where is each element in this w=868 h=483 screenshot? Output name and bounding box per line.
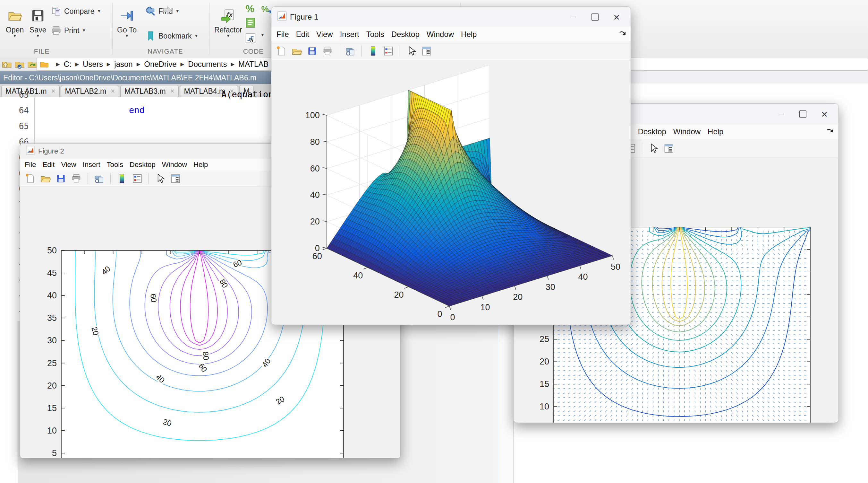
save-figure-icon xyxy=(307,46,317,57)
breadcrumb-item-Users[interactable]: Users xyxy=(83,60,103,69)
minimize-button[interactable]: − xyxy=(779,109,785,119)
ribbon-button-go-to[interactable]: Go To▼ xyxy=(117,8,137,37)
breadcrumb-item-OneDrive[interactable]: OneDrive xyxy=(144,60,177,69)
close-button[interactable]: × xyxy=(613,11,620,24)
menu-item-window[interactable]: Window xyxy=(427,30,454,39)
back-arrow-icon[interactable] xyxy=(144,4,157,17)
menu-item-help[interactable]: Help xyxy=(193,161,208,169)
menu-item-help[interactable]: Help xyxy=(708,127,723,136)
toolbar-separator xyxy=(149,173,149,184)
breadcrumb-item-Documents[interactable]: Documents xyxy=(188,60,227,69)
save-icon xyxy=(30,8,45,23)
figure1-plot[interactable]: 010203040500204060020406080100 xyxy=(271,61,631,325)
menu-item-edit[interactable]: Edit xyxy=(296,30,309,39)
menu-item-view[interactable]: View xyxy=(61,161,76,169)
svg-text:25: 25 xyxy=(539,334,549,344)
editor-tab-2[interactable]: MATLAB2.m× xyxy=(61,85,119,97)
svg-text:10: 10 xyxy=(480,303,490,312)
dock-figure-icon[interactable] xyxy=(826,127,834,136)
print-icon xyxy=(51,25,62,36)
dock-figure-icon[interactable] xyxy=(618,30,627,38)
goto-icon xyxy=(119,8,134,23)
toolbar-separator xyxy=(642,143,642,154)
menu-item-tools[interactable]: Tools xyxy=(366,30,384,39)
bookmark-icon xyxy=(145,30,156,41)
code-line: end xyxy=(129,105,145,115)
toolbar-open-file-icon[interactable] xyxy=(40,173,51,184)
breadcrumb-item-jason[interactable]: jason xyxy=(114,60,132,69)
ribbon-section-label: FILE xyxy=(29,48,55,55)
breadcrumb-separator: ▶ xyxy=(231,61,235,67)
toolbar-property-inspector-icon[interactable] xyxy=(421,46,432,57)
toolbar-legend-icon[interactable] xyxy=(132,173,143,184)
ribbon-button-open[interactable]: Open▼ xyxy=(6,8,24,37)
toolbar-print-preview-icon[interactable] xyxy=(94,173,104,184)
menu-item-window[interactable]: Window xyxy=(673,127,701,136)
print-figure-icon xyxy=(322,46,333,57)
toolbar-property-inspector-icon[interactable] xyxy=(170,173,181,184)
crumb-folder-up-icon[interactable] xyxy=(1,58,12,70)
menu-item-edit[interactable]: Edit xyxy=(42,161,55,169)
ribbon-icon-wrap-comment-icon[interactable] xyxy=(244,17,257,30)
ribbon-button-print[interactable]: Print▼ xyxy=(51,25,86,36)
toolbar-save-figure-icon[interactable] xyxy=(56,173,66,184)
smart-indent-icon: fi xyxy=(244,32,257,44)
ribbon-button-compare[interactable]: Compare▼ xyxy=(51,6,101,17)
history-arrows xyxy=(144,4,174,17)
toolbar-edit-plot-icon[interactable] xyxy=(155,173,165,184)
menu-item-insert[interactable]: Insert xyxy=(340,30,359,39)
tab-close-icon[interactable]: × xyxy=(170,87,175,95)
ribbon-icon-smart-indent-icon[interactable]: fi xyxy=(244,32,257,46)
svg-text:60: 60 xyxy=(310,164,320,173)
forward-arrow-icon[interactable] xyxy=(161,4,174,17)
menu-item-view[interactable]: View xyxy=(316,30,333,39)
menu-item-desktop[interactable]: Desktop xyxy=(638,127,666,136)
ribbon-button-bookmark[interactable]: Bookmark▼ xyxy=(145,30,198,41)
ribbon-dropdown-arrow[interactable]: ▼ xyxy=(260,33,265,37)
menu-item-file[interactable]: File xyxy=(25,161,36,169)
toolbar-print-figure-icon[interactable] xyxy=(322,46,333,57)
toolbar-property-inspector-icon[interactable] xyxy=(663,143,674,154)
colorbar-icon xyxy=(368,46,378,57)
maximize-button[interactable] xyxy=(591,13,598,21)
print-preview-icon xyxy=(94,173,104,184)
tab-close-icon[interactable]: × xyxy=(51,87,56,95)
menu-item-insert[interactable]: Insert xyxy=(83,161,100,169)
tab-close-icon[interactable]: × xyxy=(111,87,115,95)
crumb-folder-cloud-icon[interactable] xyxy=(14,58,25,70)
toolbar-colorbar-icon[interactable] xyxy=(368,46,378,57)
menu-item-desktop[interactable]: Desktop xyxy=(130,161,156,169)
toolbar-edit-plot-icon[interactable] xyxy=(648,143,659,154)
menu-item-help[interactable]: Help xyxy=(461,30,477,39)
menu-item-window[interactable]: Window xyxy=(162,161,187,169)
breadcrumb-item-C[interactable]: C: xyxy=(64,60,71,69)
ribbon-icon-comment-percent-icon[interactable]: % xyxy=(244,3,257,16)
property-inspector-icon xyxy=(663,143,674,154)
ribbon-button-refactor[interactable]: fxRefactor▼ xyxy=(214,8,242,37)
toolbar-new-figure-icon[interactable] xyxy=(276,46,287,57)
toolbar-colorbar-icon[interactable] xyxy=(117,173,127,184)
crumb-folder-sync-icon[interactable] xyxy=(27,58,38,70)
svg-text:0: 0 xyxy=(437,309,442,319)
breadcrumb-separator: ▶ xyxy=(56,61,60,67)
menu-item-desktop[interactable]: Desktop xyxy=(391,30,420,39)
toolbar-print-figure-icon[interactable] xyxy=(71,173,82,184)
minimize-button[interactable]: − xyxy=(571,11,577,23)
toolbar-legend-icon[interactable] xyxy=(383,46,394,57)
breadcrumb-item-MATLAB[interactable]: MATLAB xyxy=(238,60,269,69)
svg-text:0: 0 xyxy=(315,244,320,253)
toolbar-print-preview-icon[interactable] xyxy=(345,46,356,57)
toolbar-open-file-icon[interactable] xyxy=(291,46,302,57)
svg-text:40: 40 xyxy=(578,272,588,282)
close-button[interactable]: × xyxy=(821,108,828,120)
menu-item-tools[interactable]: Tools xyxy=(107,161,123,169)
toolbar-save-figure-icon[interactable] xyxy=(307,46,317,57)
maximize-button[interactable] xyxy=(799,111,806,117)
toolbar-new-figure-icon[interactable] xyxy=(25,173,36,184)
toolbar-edit-plot-icon[interactable] xyxy=(406,46,417,57)
editor-tab-3[interactable]: MATLAB3.m× xyxy=(120,85,179,97)
menu-item-file[interactable]: File xyxy=(277,30,289,39)
line-number: 64 xyxy=(0,106,29,115)
ribbon-button-save[interactable]: Save▼ xyxy=(30,8,46,37)
svg-text:50: 50 xyxy=(47,246,57,255)
